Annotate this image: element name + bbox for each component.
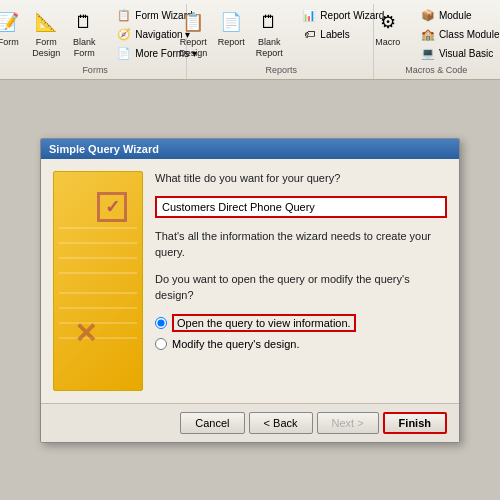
radio-modify-option[interactable]: Modify the query's design.	[155, 338, 447, 350]
ribbon-form-design-button[interactable]: 📐 FormDesign	[28, 6, 64, 61]
illus-line-1	[59, 227, 137, 229]
ribbon-forms-items: 📝 Form 📐 FormDesign 🗒 BlankForm 📋 Form W…	[0, 6, 200, 65]
form-wizard-icon: 📋	[116, 7, 132, 23]
dialog-body: ✓ ✕ What title do you want for your quer…	[41, 159, 459, 403]
radio-modify-label: Modify the query's design.	[172, 338, 299, 350]
ribbon-report-button[interactable]: 📄 Report	[213, 6, 249, 50]
illus-line-8	[59, 337, 137, 339]
macros-group-label: Macros & Code	[405, 65, 467, 77]
ribbon-form-button[interactable]: 📝 Form	[0, 6, 26, 50]
labels-label: Labels	[320, 29, 349, 40]
dialog-content: What title do you want for your query? T…	[155, 171, 447, 391]
class-module-button[interactable]: 🏫 Class Module	[417, 25, 500, 43]
dialog-title: Simple Query Wizard	[49, 143, 159, 155]
ribbon-reports-items: 📋 ReportDesign 📄 Report 🗒 BlankReport 📊 …	[175, 6, 387, 65]
dialog-footer: Cancel < Back Next > Finish	[41, 403, 459, 442]
radio-group: Open the query to view information. Modi…	[155, 314, 447, 350]
labels-icon: 🏷	[301, 26, 317, 42]
more-forms-icon: 📄	[116, 45, 132, 61]
ribbon-macros-items: ⚙ Macro 📦 Module 🏫 Class Module 💻 Visual…	[370, 6, 500, 65]
code-small-group: 📦 Module 🏫 Class Module 💻 Visual Basic	[417, 6, 500, 62]
illus-line-5	[59, 292, 137, 294]
ribbon-report-design-button[interactable]: 📋 ReportDesign	[175, 6, 211, 61]
query-title-input[interactable]	[155, 196, 447, 218]
blank-form-icon: 🗒	[70, 8, 98, 36]
illus-line-2	[59, 242, 137, 244]
radio-open-input[interactable]	[155, 317, 167, 329]
ribbon-group-macros: ⚙ Macro 📦 Module 🏫 Class Module 💻 Visual…	[376, 4, 496, 79]
blank-report-label: BlankReport	[256, 37, 283, 59]
finish-button[interactable]: Finish	[383, 412, 447, 434]
macro-icon: ⚙	[374, 8, 402, 36]
navigation-icon: 🧭	[116, 26, 132, 42]
illus-line-3	[59, 257, 137, 259]
illus-line-6	[59, 307, 137, 309]
ribbon-group-forms: 📝 Form 📐 FormDesign 🗒 BlankForm 📋 Form W…	[4, 4, 187, 79]
report-design-label: ReportDesign	[179, 37, 207, 59]
radio-modify-input[interactable]	[155, 338, 167, 350]
dialog-info-1: That's all the information the wizard ne…	[155, 228, 447, 261]
x-mark-icon: ✕	[74, 317, 97, 350]
blank-form-label: BlankForm	[73, 37, 96, 59]
module-button[interactable]: 📦 Module	[417, 6, 500, 24]
class-module-icon: 🏫	[420, 26, 436, 42]
visual-basic-label: Visual Basic	[439, 48, 493, 59]
blank-report-icon: 🗒	[255, 8, 283, 36]
report-design-icon: 📋	[179, 8, 207, 36]
form-design-label: FormDesign	[32, 37, 60, 59]
macro-label: Macro	[375, 37, 400, 48]
forms-group-label: Forms	[82, 65, 108, 77]
class-module-label: Class Module	[439, 29, 500, 40]
radio-open-label: Open the query to view information.	[172, 314, 356, 332]
illus-line-7	[59, 322, 137, 324]
reports-group-label: Reports	[266, 65, 298, 77]
ribbon: 📝 Form 📐 FormDesign 🗒 BlankForm 📋 Form W…	[0, 0, 500, 80]
next-button[interactable]: Next >	[317, 412, 379, 434]
report-wizard-icon: 📊	[301, 7, 317, 23]
visual-basic-icon: 💻	[420, 45, 436, 61]
illus-line-4	[59, 272, 137, 274]
report-label: Report	[218, 37, 245, 48]
form-design-icon: 📐	[32, 8, 60, 36]
ribbon-blank-report-button[interactable]: 🗒 BlankReport	[251, 6, 287, 61]
back-button[interactable]: < Back	[249, 412, 313, 434]
module-label: Module	[439, 10, 472, 21]
ribbon-blank-form-button[interactable]: 🗒 BlankForm	[66, 6, 102, 61]
module-icon: 📦	[420, 7, 436, 23]
dialog-title-bar: Simple Query Wizard	[41, 139, 459, 159]
radio-open-option[interactable]: Open the query to view information.	[155, 314, 447, 332]
dialog-info-2: Do you want to open the query or modify …	[155, 271, 447, 304]
visual-basic-button[interactable]: 💻 Visual Basic	[417, 44, 500, 62]
form-label: Form	[0, 37, 19, 48]
checkmark-icon: ✓	[97, 192, 127, 222]
simple-query-wizard-dialog: Simple Query Wizard ✓ ✕	[40, 138, 460, 443]
illustration-panel: ✓ ✕	[53, 171, 143, 391]
ribbon-macro-button[interactable]: ⚙ Macro	[370, 6, 406, 50]
ribbon-group-reports: 📋 ReportDesign 📄 Report 🗒 BlankReport 📊 …	[189, 4, 374, 79]
main-area: Simple Query Wizard ✓ ✕	[0, 80, 500, 500]
report-icon: 📄	[217, 8, 245, 36]
cancel-button[interactable]: Cancel	[180, 412, 244, 434]
query-title-question: What title do you want for your query?	[155, 171, 447, 186]
form-icon: 📝	[0, 8, 22, 36]
